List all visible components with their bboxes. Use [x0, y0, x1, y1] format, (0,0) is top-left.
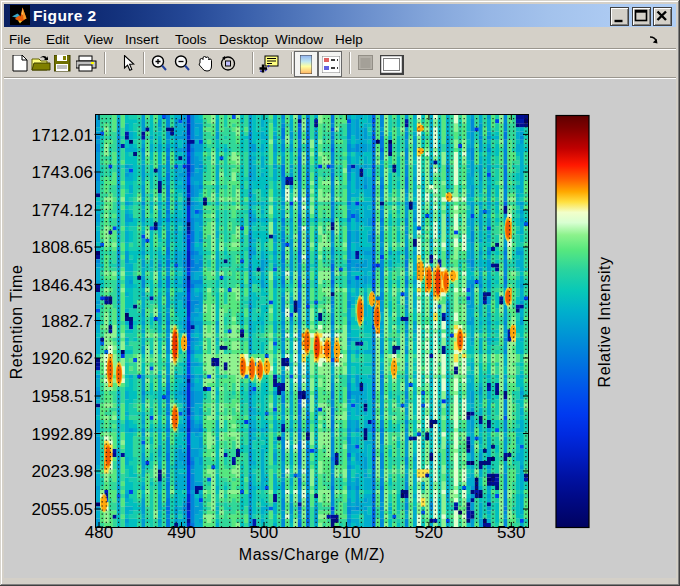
svg-text:2023.98: 2023.98 [32, 462, 93, 481]
svg-text:530: 530 [497, 523, 525, 542]
svg-text:2055.05: 2055.05 [32, 500, 93, 519]
svg-text:1920.62: 1920.62 [32, 349, 93, 368]
svg-text:1882.7: 1882.7 [41, 312, 93, 331]
svg-text:1846.43: 1846.43 [32, 276, 93, 295]
svg-text:1774.12: 1774.12 [32, 201, 93, 220]
svg-text:490: 490 [167, 523, 195, 542]
svg-text:500: 500 [250, 523, 278, 542]
svg-text:1743.06: 1743.06 [32, 163, 93, 182]
svg-text:Mass/Charge (M/Z): Mass/Charge (M/Z) [239, 546, 385, 563]
svg-text:1712.01: 1712.01 [32, 126, 93, 145]
svg-text:1958.51: 1958.51 [32, 387, 93, 406]
svg-text:1808.65: 1808.65 [32, 238, 93, 257]
svg-text:1992.89: 1992.89 [32, 425, 93, 444]
svg-text:Relative Intensity: Relative Intensity [596, 257, 613, 388]
svg-text:520: 520 [415, 523, 443, 542]
svg-text:510: 510 [332, 523, 360, 542]
svg-text:Retention Time: Retention Time [8, 265, 25, 380]
svg-text:480: 480 [85, 523, 113, 542]
